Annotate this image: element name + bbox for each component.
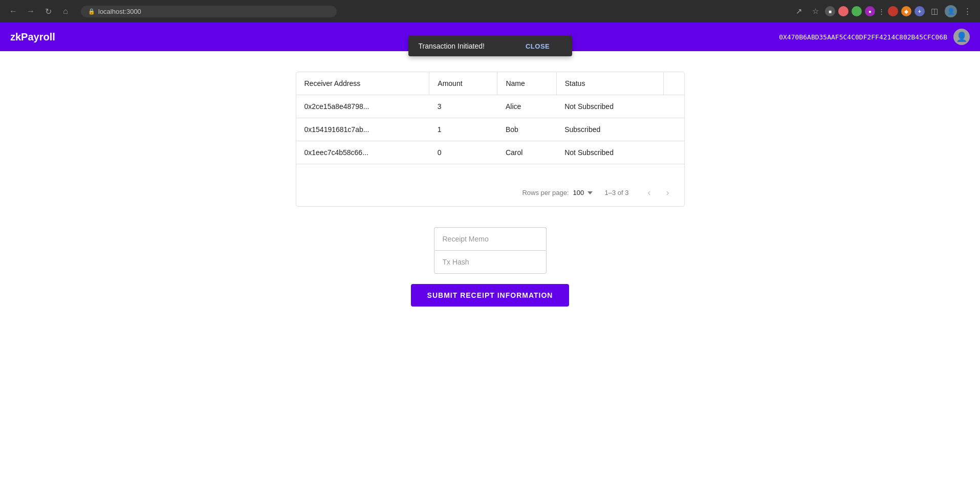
wallet-address: 0X470B6ABD35AAF5C4C0DF2FF4214C802B45CFC0… xyxy=(779,33,947,41)
table-row: 0x154191681c7ab... 1 Bob Subscribed xyxy=(296,118,684,141)
profile-icon-red xyxy=(838,6,848,16)
empty-row xyxy=(296,164,684,180)
col-name: Name xyxy=(497,72,556,95)
toast: Transaction Initiated! CLOSE xyxy=(408,36,572,56)
cell-extra-1 xyxy=(664,118,684,141)
submit-receipt-button[interactable]: SUBMIT RECEIPT INFORMATION xyxy=(411,284,570,307)
browser-nav: ← → ↻ ⌂ xyxy=(6,4,73,18)
back-button[interactable]: ← xyxy=(6,4,20,18)
col-amount: Amount xyxy=(429,72,497,95)
address-bar[interactable]: 🔒 localhost:3000 xyxy=(81,6,337,17)
cell-status-1: Subscribed xyxy=(556,118,663,141)
table-row: 0x2ce15a8e48798... 3 Alice Not Subscribe… xyxy=(296,95,684,118)
url-text: localhost:3000 xyxy=(98,8,141,15)
cell-amount-1: 1 xyxy=(429,118,497,141)
data-table-container: Receiver Address Amount Name Status 0x2c… xyxy=(296,72,685,207)
cell-status-2: Not Subscribed xyxy=(556,141,663,164)
cell-name-0: Alice xyxy=(497,95,556,118)
toast-container: Transaction Initiated! CLOSE xyxy=(408,36,572,56)
cell-amount-2: 0 xyxy=(429,141,497,164)
profile-icon-purple: ● xyxy=(865,6,875,16)
avatar-button[interactable]: 👤 xyxy=(944,5,957,18)
extensions-icon: ■ xyxy=(825,6,835,16)
cell-status-0: Not Subscribed xyxy=(556,95,663,118)
user-avatar-icon: 👤 xyxy=(945,5,957,17)
rows-per-page-label: Rows per page: xyxy=(522,189,569,197)
col-extra xyxy=(664,72,684,95)
main-content: Receiver Address Amount Name Status 0x2c… xyxy=(0,51,980,317)
cell-name-1: Bob xyxy=(497,118,556,141)
bookmark-icon[interactable]: ☆ xyxy=(809,5,822,18)
account-avatar[interactable]: 👤 xyxy=(953,29,970,45)
col-receiver-address: Receiver Address xyxy=(296,72,429,95)
table-header-row: Receiver Address Amount Name Status xyxy=(296,72,684,95)
browser-actions: ↗ ☆ ■ ● ⋮ ◈ + ◫ 👤 ⋮ xyxy=(792,5,974,18)
profile-icon-green xyxy=(852,6,862,16)
page-nav-arrows: ‹ › xyxy=(641,185,676,201)
toast-message: Transaction Initiated! xyxy=(419,42,485,50)
cell-name-2: Carol xyxy=(497,141,556,164)
profile-icon-indigo: + xyxy=(914,6,925,16)
rows-per-page-select[interactable]: 100 25 50 xyxy=(573,189,593,197)
sidebar-toggle-button[interactable]: ◫ xyxy=(928,5,941,18)
cell-receiver-0: 0x2ce15a8e48798... xyxy=(296,95,429,118)
share-icon[interactable]: ↗ xyxy=(792,5,805,18)
col-status: Status xyxy=(556,72,663,95)
profile-icon-darkred xyxy=(888,6,898,16)
tx-hash-input[interactable] xyxy=(434,250,547,274)
receipt-memo-input[interactable] xyxy=(434,227,547,250)
app-logo: zkPayroll xyxy=(10,31,779,43)
cell-receiver-1: 0x154191681c7ab... xyxy=(296,118,429,141)
cell-extra-2 xyxy=(664,141,684,164)
cell-receiver-2: 0x1eec7c4b58c66... xyxy=(296,141,429,164)
menu-button[interactable]: ⋮ xyxy=(961,5,974,18)
profile-icon-orange: ◈ xyxy=(901,6,911,16)
cell-extra-0 xyxy=(664,95,684,118)
rows-per-page-control: Rows per page: 100 25 50 xyxy=(522,189,592,197)
prev-page-button[interactable]: ‹ xyxy=(641,185,658,201)
toast-close-button[interactable]: CLOSE xyxy=(526,42,550,50)
next-page-button[interactable]: › xyxy=(660,185,676,201)
browser-chrome: ← → ↻ ⌂ 🔒 localhost:3000 ↗ ☆ ■ ● ⋮ ◈ + ◫… xyxy=(0,0,980,23)
home-button[interactable]: ⌂ xyxy=(58,4,73,18)
extensions-text: ⋮ xyxy=(878,8,885,15)
page-info: 1–3 of 3 xyxy=(605,189,629,197)
form-section xyxy=(434,227,547,274)
refresh-button[interactable]: ↻ xyxy=(41,4,55,18)
pagination-row: Rows per page: 100 25 50 1–3 of 3 ‹ › xyxy=(296,180,684,206)
cell-amount-0: 3 xyxy=(429,95,497,118)
data-table: Receiver Address Amount Name Status 0x2c… xyxy=(296,72,684,180)
forward-button[interactable]: → xyxy=(24,4,38,18)
table-row: 0x1eec7c4b58c66... 0 Carol Not Subscribe… xyxy=(296,141,684,164)
lock-icon: 🔒 xyxy=(88,8,95,15)
